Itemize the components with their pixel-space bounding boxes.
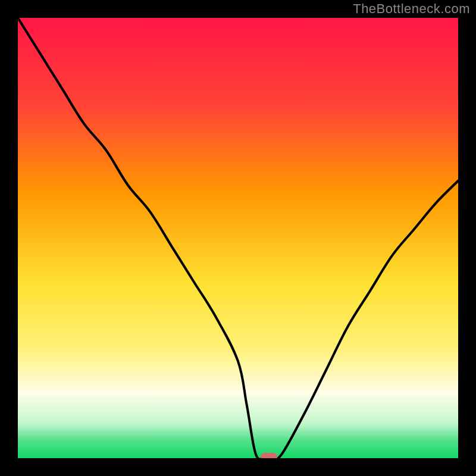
optimal-marker: [261, 453, 277, 458]
curve-layer: [18, 18, 458, 458]
chart-frame: TheBottleneck.com: [0, 0, 476, 476]
bottleneck-curve-path: [18, 18, 458, 458]
watermark-text: TheBottleneck.com: [353, 1, 470, 17]
plot-area: [18, 18, 458, 458]
